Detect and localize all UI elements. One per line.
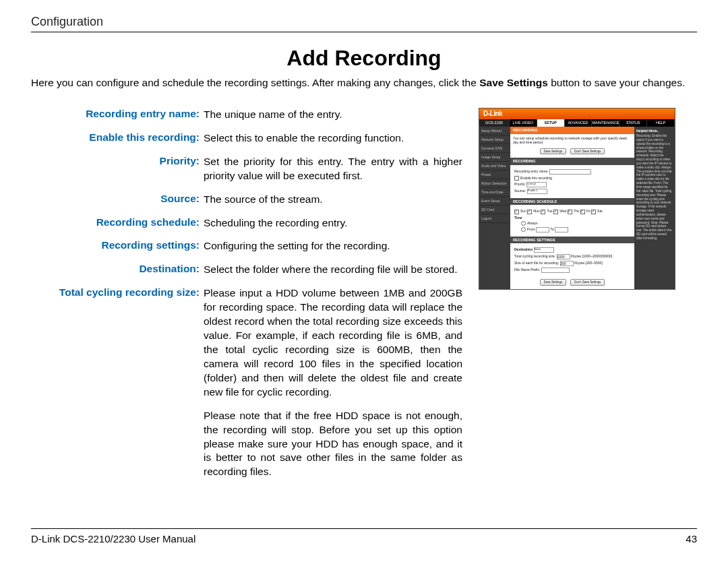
day: Mon <box>533 209 540 213</box>
cyc-label: Total cycling recording size: <box>514 255 555 259</box>
value-priority: Set the priority for this entry. The ent… <box>204 155 462 183</box>
dest-select[interactable]: None <box>534 247 554 253</box>
cyc-input[interactable]: 1000 <box>557 254 570 259</box>
value-schedule: Scheduling the recording entry. <box>204 216 462 230</box>
day-chk[interactable] <box>541 210 545 214</box>
dest-label: Destination <box>514 248 533 252</box>
prefix-label: File Name Prefix: <box>514 268 540 272</box>
day: Wed <box>559 209 566 213</box>
hints-title: Helpful Hints.. <box>636 129 673 133</box>
from-input[interactable] <box>536 227 549 232</box>
priority-label: Priority: <box>514 182 526 186</box>
nav-item[interactable]: Logout <box>479 214 510 223</box>
value-enable: Select this to enable the recording func… <box>204 131 462 146</box>
entry-name-input[interactable] <box>549 169 591 175</box>
cycling-p1: Please input a HDD volume between 1MB an… <box>204 286 462 399</box>
each-unit: Kbytes [200~5000] <box>574 261 603 266</box>
each-input[interactable]: 200 <box>560 261 574 266</box>
model-label: DCS-2230 <box>479 119 510 127</box>
bar-recording: RECORDING <box>510 158 634 165</box>
section-header: Configuration <box>31 15 697 32</box>
prefix-input[interactable] <box>541 268 570 273</box>
nav-item[interactable]: Preset <box>479 170 510 179</box>
from-label: From <box>527 227 535 231</box>
each-label: Size of each file for recording: <box>514 261 559 266</box>
label-schedule: Recording schedule <box>31 216 204 230</box>
value-settings: Configuring the setting for the recordin… <box>204 239 462 253</box>
nav-item[interactable]: Image Setup <box>479 153 510 162</box>
page-footer: D-Link DCS-2210/2230 User Manual 43 <box>31 528 697 544</box>
footer-left: D-Link DCS-2210/2230 User Manual <box>31 533 195 544</box>
bar-settings: RECORDING SETTINGS <box>510 237 634 244</box>
intro-a: Here you can configure and schedule the … <box>31 77 479 88</box>
tab-status[interactable]: STATUS <box>619 119 647 127</box>
label-priority: Priority <box>31 155 204 183</box>
day-chk[interactable] <box>568 210 572 214</box>
to-label: To <box>550 227 553 231</box>
priority-select[interactable]: normal <box>526 182 547 187</box>
label-destination: Destination <box>31 263 204 277</box>
shot-brand-bar: D-Link <box>479 108 675 119</box>
source-label: Source: <box>514 189 526 193</box>
tab-setup[interactable]: SETUP <box>537 119 565 127</box>
nav-item[interactable]: Motion Detection <box>479 179 510 188</box>
intro-text: Here you can configure and schedule the … <box>31 76 697 90</box>
intro-b: button to save your changes. <box>548 77 685 88</box>
shot-sidenav: Setup Wizard Network Setup Dynamic DNS I… <box>479 127 510 289</box>
day-chk[interactable] <box>580 210 585 214</box>
nav-item[interactable]: Network Setup <box>479 135 510 144</box>
label-entry-name: Recording entry name <box>31 108 204 122</box>
shot-tabs: DCS-2230 LIVE VIDEO SETUP ADVANCED MAINT… <box>479 119 675 127</box>
label-enable: Enable this recording <box>31 131 204 146</box>
day: Sat <box>597 209 603 213</box>
hints-body: Recording: Enable this option if you wan… <box>636 134 672 240</box>
nav-item[interactable]: Setup Wizard <box>479 127 510 135</box>
nav-item[interactable]: SD Card <box>479 206 510 214</box>
panel-desc: You can setup schedule recording to netw… <box>510 134 634 146</box>
dlink-logo: D-Link <box>483 110 502 118</box>
day-chk[interactable] <box>591 210 596 214</box>
tab-advanced[interactable]: ADVANCED <box>565 119 593 127</box>
panel-recording-title: RECORDING <box>510 127 634 134</box>
tab-live-video[interactable]: LIVE VIDEO <box>510 119 537 127</box>
day-chk[interactable] <box>527 210 532 214</box>
radio-from[interactable] <box>521 227 526 232</box>
footer-page-number: 43 <box>686 533 697 544</box>
tab-maintenance[interactable]: MAINTENANCE <box>592 119 619 127</box>
tab-help[interactable]: HELP <box>647 119 675 127</box>
value-source: The source of the stream. <box>204 193 462 207</box>
embedded-screenshot: D-Link DCS-2230 LIVE VIDEO SETUP ADVANCE… <box>479 108 675 290</box>
dont-save-button[interactable]: Don't Save Settings <box>570 148 605 154</box>
nav-item[interactable]: Dynamic DNS <box>479 144 510 153</box>
source-select[interactable]: Profile 1 <box>527 189 547 194</box>
value-cycling: Please input a HDD volume between 1MB an… <box>204 286 462 479</box>
radio-always[interactable] <box>521 221 526 226</box>
save-settings-button-2[interactable]: Save Settings <box>540 279 567 285</box>
dont-save-button-2[interactable]: Don't Save Settings <box>570 279 605 285</box>
page-title: Add Recording <box>31 46 697 71</box>
day: Fri <box>586 209 590 213</box>
bar-schedule: RECORDING SCHEDULE <box>510 198 634 206</box>
enable-checkbox[interactable] <box>514 176 519 181</box>
to-input[interactable] <box>555 227 568 232</box>
cycling-p2: Please note that if the free HDD space i… <box>204 409 462 480</box>
day: Sun <box>520 209 526 213</box>
day-chk[interactable] <box>514 210 519 214</box>
nav-item[interactable]: Audio and Video <box>479 162 510 170</box>
helpful-hints: Helpful Hints.. Recording: Enable this o… <box>634 127 675 289</box>
always-label: Always <box>527 221 538 225</box>
day-chk[interactable] <box>553 210 558 214</box>
enable-label: Enable this recording <box>520 176 552 180</box>
save-settings-button[interactable]: Save Settings <box>540 148 567 154</box>
label-settings: Recording settings <box>31 239 204 253</box>
entry-name-label: Recording entry name: <box>514 169 549 173</box>
definition-list: Recording entry name The unique name of … <box>31 108 462 489</box>
shot-main: RECORDING You can setup schedule recordi… <box>510 127 634 289</box>
label-source: Source <box>31 193 204 207</box>
value-destination: Select the folder where the recording fi… <box>204 263 462 277</box>
nav-item[interactable]: Event Setup <box>479 197 510 206</box>
day: Thu <box>574 209 580 213</box>
nav-item[interactable]: Time and Date <box>479 188 510 197</box>
intro-bold: Save Settings <box>479 77 548 88</box>
day: Tue <box>547 209 552 213</box>
